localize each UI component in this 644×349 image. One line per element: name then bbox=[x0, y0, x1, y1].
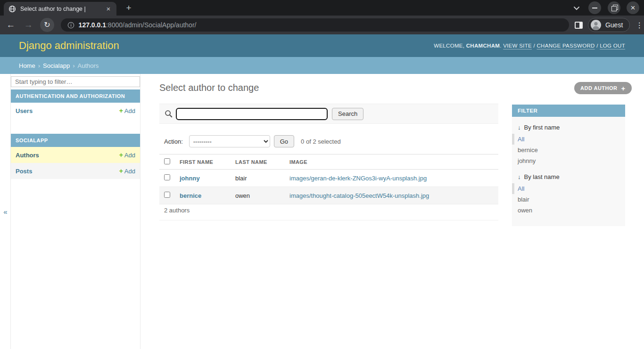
sidebar-item-authors[interactable]: Authors +Add bbox=[11, 147, 140, 163]
plus-icon: + bbox=[119, 151, 123, 159]
globe-favicon-icon bbox=[8, 5, 16, 13]
selection-counter: 0 of 2 selected bbox=[301, 138, 341, 145]
forward-button[interactable]: → bbox=[22, 18, 36, 32]
module-auth-caption[interactable]: AUTHENTICATION AND AUTHORIZATION bbox=[11, 89, 140, 103]
add-author-button[interactable]: ADD AUTHOR+ bbox=[574, 82, 632, 94]
window-close-button[interactable]: × bbox=[627, 1, 639, 14]
search-button[interactable]: Search bbox=[332, 108, 363, 120]
filter-options-last-name: All blair owen bbox=[512, 183, 625, 216]
tab-list-chevron-icon[interactable] bbox=[571, 3, 582, 13]
col-header-last-name[interactable]: LAST NAME bbox=[231, 154, 285, 170]
minimize-icon bbox=[592, 8, 597, 8]
browser-menu-icon[interactable]: ⋮ bbox=[635, 21, 644, 30]
module-auth: AUTHENTICATION AND AUTHORIZATION Users +… bbox=[11, 89, 140, 119]
author-first-name-link[interactable]: johnny bbox=[180, 175, 200, 182]
table-row: johnny blair images/geran-de-klerk-ZNGos… bbox=[159, 170, 498, 187]
action-label: Action: bbox=[164, 138, 183, 145]
select-all-checkbox[interactable] bbox=[164, 158, 170, 164]
author-first-name-link[interactable]: bernice bbox=[180, 192, 201, 199]
sidebar-item-posts[interactable]: Posts +Add bbox=[11, 163, 140, 179]
browser-tab[interactable]: Select author to change | × bbox=[4, 2, 116, 16]
browser-toolbar: ← → ↻ 127.0.0.1:8000/admin/SocialApp/aut… bbox=[0, 16, 644, 34]
plus-icon: + bbox=[119, 167, 123, 175]
breadcrumb-home-link[interactable]: Home bbox=[19, 62, 35, 69]
author-last-name: owen bbox=[231, 187, 285, 204]
users-link[interactable]: Users bbox=[16, 107, 33, 114]
add-post-link[interactable]: +Add bbox=[119, 167, 135, 175]
new-tab-button[interactable]: + bbox=[123, 2, 135, 14]
user-tools: WELCOME, CHAMCHAM. VIEW SITE / CHANGE PA… bbox=[434, 43, 625, 49]
site-title-link[interactable]: Django administration bbox=[19, 40, 119, 52]
profile-name: Guest bbox=[605, 21, 623, 29]
action-select[interactable]: --------- bbox=[189, 135, 270, 147]
side-panel-icon[interactable] bbox=[575, 22, 583, 29]
paginator-count: 2 authors bbox=[159, 202, 498, 220]
table-row: bernice owen images/thought-catalog-505e… bbox=[159, 187, 498, 204]
filter-option[interactable]: bernice bbox=[512, 145, 625, 155]
authors-link[interactable]: Authors bbox=[16, 152, 39, 159]
search-icon bbox=[165, 110, 173, 118]
admin-header: Django administration WELCOME, CHAMCHAM.… bbox=[0, 34, 644, 57]
browser-tab-strip: Select author to change | × + × bbox=[0, 0, 644, 16]
welcome-text: WELCOME, bbox=[434, 43, 464, 49]
breadcrumb-current: Authors bbox=[77, 62, 99, 69]
actions-bar: Action: --------- Go 0 of 2 selected bbox=[164, 135, 341, 147]
window-close-icon: × bbox=[631, 4, 636, 12]
avatar-icon bbox=[590, 19, 602, 31]
sidebar-item-users[interactable]: Users +Add bbox=[11, 103, 140, 119]
plus-icon: + bbox=[621, 85, 626, 92]
plus-icon: + bbox=[119, 107, 123, 114]
add-user-link[interactable]: +Add bbox=[119, 107, 135, 114]
view-site-link[interactable]: VIEW SITE bbox=[503, 43, 532, 49]
back-button[interactable]: ← bbox=[4, 18, 18, 32]
window-restore-button[interactable] bbox=[608, 1, 620, 14]
sort-down-arrow-icon: ↓ bbox=[518, 124, 521, 131]
filter-option[interactable]: owen bbox=[512, 205, 625, 216]
filter-option[interactable]: johnny bbox=[512, 155, 625, 166]
change-password-link[interactable]: CHANGE PASSWORD bbox=[537, 43, 595, 49]
add-author-link[interactable]: +Add bbox=[119, 151, 135, 159]
reload-button[interactable]: ↻ bbox=[40, 18, 54, 32]
nav-sidebar: AUTHENTICATION AND AUTHORIZATION Users +… bbox=[11, 74, 140, 349]
filter-option[interactable]: All bbox=[512, 134, 625, 145]
results-table: FIRST NAME LAST NAME IMAGE johnny blair … bbox=[159, 154, 498, 204]
author-last-name: blair bbox=[231, 170, 285, 187]
filter-option[interactable]: All bbox=[512, 183, 625, 194]
module-socialapp: SOCIALAPP Authors +Add Posts +Add bbox=[11, 134, 140, 179]
log-out-link[interactable]: LOG OUT bbox=[600, 43, 625, 49]
window-minimize-button[interactable] bbox=[588, 1, 601, 14]
profile-button[interactable]: Guest bbox=[588, 18, 630, 32]
sidebar-filter-input[interactable] bbox=[11, 76, 140, 87]
url-text[interactable]: 127.0.0.1:8000/admin/SocialApp/author/ bbox=[79, 21, 197, 29]
table-header-row: FIRST NAME LAST NAME IMAGE bbox=[159, 154, 498, 170]
content-area: « AUTHENTICATION AND AUTHORIZATION Users… bbox=[0, 74, 644, 349]
screen: Select author to change | × + × ← → ↻ 12… bbox=[0, 0, 644, 349]
go-button[interactable]: Go bbox=[274, 135, 294, 147]
username: CHAMCHAM bbox=[466, 43, 500, 49]
filter-panel-title: FILTER bbox=[512, 105, 625, 117]
page-title: Select author to change bbox=[159, 82, 259, 93]
filter-group-first-name: ↓By first name bbox=[518, 124, 619, 131]
collapse-sidebar-button[interactable]: « bbox=[1, 208, 10, 216]
tab-close-icon[interactable]: × bbox=[104, 5, 113, 13]
row-checkbox[interactable] bbox=[164, 174, 170, 180]
url-host: 127.0.0.1 bbox=[79, 21, 106, 29]
row-checkbox[interactable] bbox=[164, 192, 170, 198]
filter-option[interactable]: blair bbox=[512, 194, 625, 205]
search-toolbar: Search bbox=[159, 104, 498, 124]
breadcrumb-app-link[interactable]: Socialapp bbox=[43, 62, 70, 69]
author-image-link[interactable]: images/geran-de-klerk-ZNGos3i-wyA-unspla… bbox=[289, 175, 427, 182]
address-bar[interactable]: 127.0.0.1:8000/admin/SocialApp/author/ bbox=[61, 18, 570, 32]
tab-title: Select author to change | bbox=[20, 6, 104, 12]
filter-group-last-name: ↓By last name bbox=[518, 173, 619, 180]
module-socialapp-caption[interactable]: SOCIALAPP bbox=[11, 134, 140, 147]
posts-link[interactable]: Posts bbox=[16, 168, 32, 175]
breadcrumb: Home › Socialapp › Authors bbox=[0, 57, 644, 74]
col-header-image[interactable]: IMAGE bbox=[285, 154, 498, 170]
author-image-link[interactable]: images/thought-catalog-505eectW54k-unspl… bbox=[289, 192, 429, 199]
page-info-icon[interactable] bbox=[67, 22, 74, 29]
col-header-first-name[interactable]: FIRST NAME bbox=[175, 154, 231, 170]
nav-sidebar-toggle-strip: « bbox=[0, 74, 11, 349]
search-input[interactable] bbox=[176, 108, 328, 120]
filter-options-first-name: All bernice johnny bbox=[512, 134, 625, 166]
